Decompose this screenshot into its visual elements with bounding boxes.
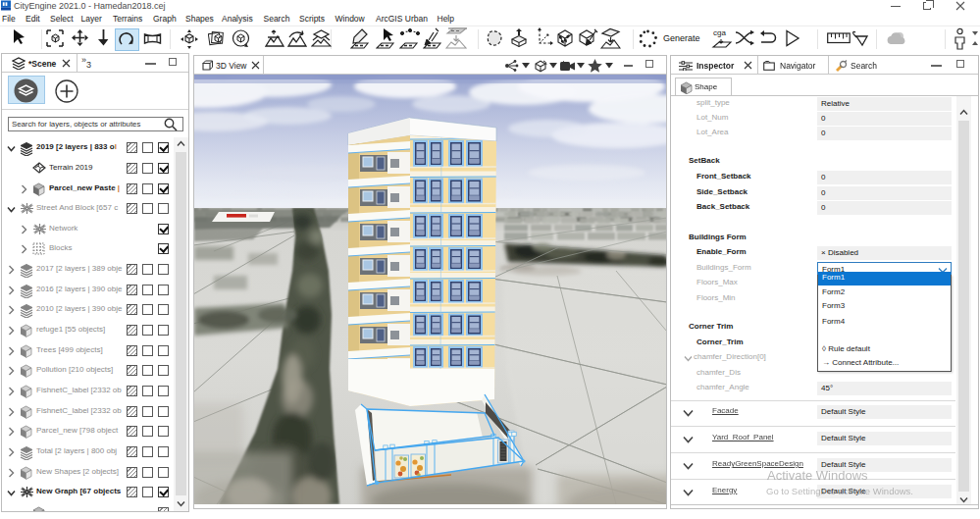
svg-text:cga: cga: [713, 28, 726, 37]
